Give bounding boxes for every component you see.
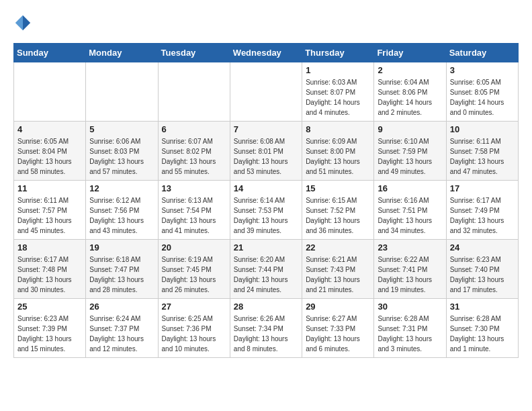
day-number: 19 [89,242,154,253]
svg-marker-1 [15,15,23,23]
day-info: Sunrise: 6:23 AM Sunset: 7:40 PM Dayligh… [450,255,515,295]
weekday-header-friday: Friday [374,44,446,62]
day-number: 30 [378,302,442,312]
calendar-week-row: 18Sunrise: 6:17 AM Sunset: 7:48 PM Dayli… [14,240,519,299]
day-number: 7 [234,124,298,134]
weekday-header-row: SundayMondayTuesdayWednesdayThursdayFrid… [14,44,519,62]
day-info: Sunrise: 6:21 AM Sunset: 7:43 PM Dayligh… [306,255,370,295]
day-info: Sunrise: 6:26 AM Sunset: 7:34 PM Dayligh… [234,314,298,354]
day-info: Sunrise: 6:24 AM Sunset: 7:37 PM Dayligh… [89,314,154,354]
day-info: Sunrise: 6:12 AM Sunset: 7:56 PM Dayligh… [89,195,154,236]
calendar-cell: 3Sunrise: 6:05 AM Sunset: 8:05 PM Daylig… [446,62,518,122]
day-number: 11 [17,183,82,193]
calendar-cell: 13Sunrise: 6:13 AM Sunset: 7:54 PM Dayli… [158,181,230,240]
day-number: 3 [450,65,515,75]
calendar-cell: 11Sunrise: 6:11 AM Sunset: 7:57 PM Dayli… [14,181,86,240]
weekday-header-thursday: Thursday [302,44,374,62]
calendar-cell: 31Sunrise: 6:28 AM Sunset: 7:30 PM Dayli… [446,299,518,358]
svg-marker-0 [23,15,30,23]
day-number: 15 [306,183,370,193]
weekday-header-tuesday: Tuesday [158,44,230,62]
calendar-cell: 19Sunrise: 6:18 AM Sunset: 7:47 PM Dayli… [86,240,158,299]
day-info: Sunrise: 6:04 AM Sunset: 8:06 PM Dayligh… [378,77,442,118]
day-info: Sunrise: 6:28 AM Sunset: 7:30 PM Dayligh… [450,314,515,354]
day-number: 25 [17,302,82,312]
day-number: 2 [378,65,442,75]
weekday-header-sunday: Sunday [14,44,86,62]
day-number: 29 [306,302,370,312]
weekday-header-saturday: Saturday [446,44,518,62]
calendar-cell: 16Sunrise: 6:16 AM Sunset: 7:51 PM Dayli… [374,181,446,240]
logo [13,13,35,32]
day-number: 22 [306,242,370,253]
calendar-cell: 26Sunrise: 6:24 AM Sunset: 7:37 PM Dayli… [86,299,158,358]
calendar-week-row: 1Sunrise: 6:03 AM Sunset: 8:07 PM Daylig… [14,62,519,122]
calendar-cell [14,62,86,122]
day-info: Sunrise: 6:27 AM Sunset: 7:33 PM Dayligh… [306,314,370,354]
day-number: 16 [378,183,442,193]
day-number: 18 [17,242,82,253]
calendar-cell: 29Sunrise: 6:27 AM Sunset: 7:33 PM Dayli… [302,299,374,358]
calendar-cell: 14Sunrise: 6:14 AM Sunset: 7:53 PM Dayli… [230,181,302,240]
day-number: 31 [450,302,515,312]
day-number: 6 [162,124,226,134]
calendar-cell: 4Sunrise: 6:05 AM Sunset: 8:04 PM Daylig… [14,122,86,181]
calendar-cell: 24Sunrise: 6:23 AM Sunset: 7:40 PM Dayli… [446,240,518,299]
day-info: Sunrise: 6:25 AM Sunset: 7:36 PM Dayligh… [162,314,226,354]
calendar-cell: 1Sunrise: 6:03 AM Sunset: 8:07 PM Daylig… [302,62,374,122]
calendar-cell [86,62,158,122]
logo-icon [13,13,32,32]
calendar-cell: 21Sunrise: 6:20 AM Sunset: 7:44 PM Dayli… [230,240,302,299]
calendar-cell: 5Sunrise: 6:06 AM Sunset: 8:03 PM Daylig… [86,122,158,181]
day-info: Sunrise: 6:09 AM Sunset: 8:00 PM Dayligh… [306,136,370,177]
day-info: Sunrise: 6:28 AM Sunset: 7:31 PM Dayligh… [378,314,442,354]
day-info: Sunrise: 6:19 AM Sunset: 7:45 PM Dayligh… [162,255,226,295]
day-info: Sunrise: 6:10 AM Sunset: 7:59 PM Dayligh… [378,136,442,177]
day-number: 8 [306,124,370,134]
day-info: Sunrise: 6:23 AM Sunset: 7:39 PM Dayligh… [17,314,82,354]
calendar-cell: 22Sunrise: 6:21 AM Sunset: 7:43 PM Dayli… [302,240,374,299]
day-info: Sunrise: 6:17 AM Sunset: 7:48 PM Dayligh… [17,255,82,295]
day-info: Sunrise: 6:06 AM Sunset: 8:03 PM Dayligh… [89,136,154,177]
calendar-cell: 6Sunrise: 6:07 AM Sunset: 8:02 PM Daylig… [158,122,230,181]
day-number: 1 [306,65,370,75]
calendar-cell: 27Sunrise: 6:25 AM Sunset: 7:36 PM Dayli… [158,299,230,358]
day-number: 5 [89,124,154,134]
calendar-week-row: 4Sunrise: 6:05 AM Sunset: 8:04 PM Daylig… [14,122,519,181]
day-info: Sunrise: 6:15 AM Sunset: 7:52 PM Dayligh… [306,195,370,236]
calendar-cell [158,62,230,122]
day-info: Sunrise: 6:22 AM Sunset: 7:41 PM Dayligh… [378,255,442,295]
day-info: Sunrise: 6:18 AM Sunset: 7:47 PM Dayligh… [89,255,154,295]
calendar-cell: 30Sunrise: 6:28 AM Sunset: 7:31 PM Dayli… [374,299,446,358]
calendar-cell: 12Sunrise: 6:12 AM Sunset: 7:56 PM Dayli… [86,181,158,240]
svg-marker-2 [15,23,23,30]
day-number: 23 [378,242,442,253]
day-number: 13 [162,183,226,193]
day-info: Sunrise: 6:20 AM Sunset: 7:44 PM Dayligh… [234,255,298,295]
day-info: Sunrise: 6:08 AM Sunset: 8:01 PM Dayligh… [234,136,298,177]
day-info: Sunrise: 6:13 AM Sunset: 7:54 PM Dayligh… [162,195,226,236]
day-number: 9 [378,124,442,134]
day-number: 12 [89,183,154,193]
calendar-table: SundayMondayTuesdayWednesdayThursdayFrid… [13,43,519,358]
day-info: Sunrise: 6:14 AM Sunset: 7:53 PM Dayligh… [234,195,298,236]
weekday-header-monday: Monday [86,44,158,62]
calendar-cell: 18Sunrise: 6:17 AM Sunset: 7:48 PM Dayli… [14,240,86,299]
calendar-week-row: 25Sunrise: 6:23 AM Sunset: 7:39 PM Dayli… [14,299,519,358]
day-number: 10 [450,124,515,134]
day-number: 17 [450,183,515,193]
day-info: Sunrise: 6:11 AM Sunset: 7:57 PM Dayligh… [17,195,82,236]
day-info: Sunrise: 6:03 AM Sunset: 8:07 PM Dayligh… [306,77,370,118]
calendar-cell [230,62,302,122]
calendar-cell: 20Sunrise: 6:19 AM Sunset: 7:45 PM Dayli… [158,240,230,299]
day-number: 24 [450,242,515,253]
day-info: Sunrise: 6:16 AM Sunset: 7:51 PM Dayligh… [378,195,442,236]
day-number: 27 [162,302,226,312]
day-number: 21 [234,242,298,253]
day-number: 26 [89,302,154,312]
calendar-cell: 17Sunrise: 6:17 AM Sunset: 7:49 PM Dayli… [446,181,518,240]
day-number: 20 [162,242,226,253]
day-number: 28 [234,302,298,312]
day-info: Sunrise: 6:11 AM Sunset: 7:58 PM Dayligh… [450,136,515,177]
page-header [13,13,519,32]
